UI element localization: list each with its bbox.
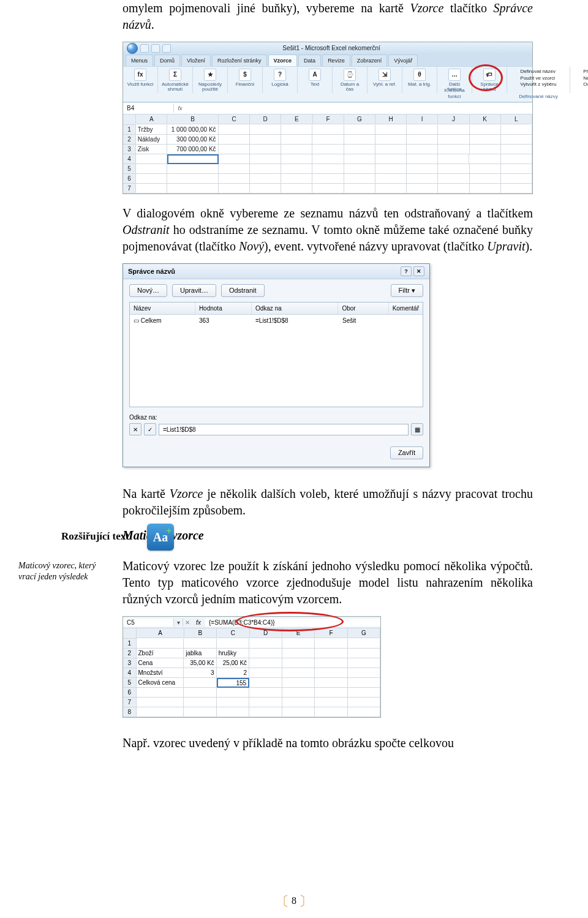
- cell: [438, 125, 469, 135]
- cell: [312, 135, 344, 145]
- ribbon-label: Správce názvů: [476, 82, 503, 92]
- cell: [137, 698, 184, 707]
- col-comment: Komentář: [389, 303, 423, 315]
- col-header: L: [501, 115, 532, 124]
- cell: [217, 639, 249, 649]
- ribbon-label: Předchůdci: [583, 69, 588, 75]
- cell: [219, 125, 250, 135]
- ribbon-section-label: Knihovna funkcí: [437, 88, 472, 101]
- text: ).: [526, 239, 533, 253]
- row-header: 1: [123, 125, 136, 135]
- paragraph-maticovy: Maticový vzorec lze použít k získání jed…: [123, 558, 533, 608]
- ribbon-label: Odebrat šipky: [583, 81, 588, 88]
- lookup-icon: ⇲: [379, 69, 391, 81]
- cell: [438, 184, 469, 194]
- tab-vyvojar: Vývojář: [388, 55, 418, 66]
- ribbon-label: Definovat název: [521, 69, 557, 75]
- margin-note: Maticový vzorec, který vrací jeden výsle…: [18, 560, 113, 582]
- tab-vzorce: Vzorce: [268, 55, 298, 66]
- ribbon-label: Datum a čas: [336, 82, 363, 92]
- cell: [219, 174, 250, 184]
- cell: [249, 649, 282, 658]
- cell: 2: [217, 668, 249, 678]
- cell: [470, 145, 501, 154]
- cell: 155: [217, 678, 250, 688]
- tab-data: Data: [298, 55, 321, 66]
- cell: [184, 639, 216, 649]
- ribbon-tabs: Menus Domů Vložení Rozložení stránky Vzo…: [123, 55, 532, 66]
- cell: [282, 668, 315, 678]
- cell: [136, 164, 167, 174]
- cell: [348, 688, 380, 698]
- col-header: D: [250, 628, 282, 638]
- extending-text-icon: Aa+: [147, 524, 174, 551]
- cell: [217, 698, 249, 707]
- cell: [250, 174, 281, 184]
- cancel-ref-icon: ✕: [129, 423, 141, 435]
- cell: [344, 184, 375, 194]
- name-icon: ▭: [134, 317, 141, 324]
- cell: [438, 164, 469, 174]
- row-header: 5: [123, 164, 136, 174]
- col-header: J: [438, 115, 469, 124]
- cell: [249, 668, 282, 678]
- plus-icon: +: [166, 525, 172, 538]
- text-ital: Upravit: [487, 239, 525, 253]
- cell-text: 363: [195, 315, 252, 327]
- cell: 25,00 Kč: [217, 658, 249, 668]
- row-header: 4: [123, 668, 137, 678]
- cell: [312, 154, 344, 164]
- page-number: 〔 8 〕: [276, 892, 312, 911]
- cell: [344, 135, 375, 145]
- col-header: B: [167, 115, 218, 124]
- cell: [407, 125, 438, 135]
- ref-input: =List1!$D$8: [159, 424, 409, 436]
- text-ital: Odstranit: [123, 223, 170, 236]
- text: tlačítko: [443, 1, 493, 15]
- col-scope: Obor: [338, 303, 388, 315]
- cell: [282, 658, 315, 668]
- cell: [281, 135, 312, 145]
- cell: [344, 164, 375, 174]
- name-box: B4: [123, 104, 174, 113]
- ribbon-label: Text: [311, 82, 320, 87]
- cell: 300 000,00 Kč: [167, 135, 219, 145]
- cell: [184, 678, 216, 688]
- cell: [219, 164, 250, 174]
- ribbon-label: Vyhl. a ref.: [373, 82, 396, 87]
- cell: [470, 125, 501, 135]
- ribbon-label: Naposledy použité: [197, 82, 224, 92]
- col-header: G: [348, 628, 380, 638]
- cell: [348, 658, 380, 668]
- cell: [219, 184, 250, 194]
- margin-label: Rozšiřující text: [61, 530, 129, 544]
- paragraph-dialog-desc: V dialogovém okně vybereme ze seznamu ná…: [123, 205, 533, 255]
- col-header: E: [282, 628, 315, 638]
- cell: [501, 135, 532, 145]
- cell: [315, 698, 347, 707]
- col-header: B: [184, 628, 217, 638]
- col-header: D: [250, 115, 281, 124]
- cell: 3: [184, 668, 216, 678]
- row-header: 6: [123, 174, 136, 184]
- office-orb-icon: [127, 43, 138, 54]
- cell: [375, 154, 407, 164]
- ref-label: Odkaz na:: [129, 413, 423, 422]
- cell: 700 000,00 Kč: [167, 145, 219, 154]
- cell: [219, 135, 250, 145]
- bracket-left-icon: 〔: [276, 894, 289, 909]
- cell: [375, 125, 407, 135]
- text: .: [151, 18, 154, 31]
- text: V dialogovém okně vybereme ze seznamu ná…: [123, 206, 533, 220]
- cell: [438, 154, 469, 164]
- financial-icon: $: [239, 69, 251, 81]
- ribbon-section-label: Závis: [570, 94, 588, 100]
- cell: Celková cena: [137, 678, 184, 688]
- cell: [438, 174, 469, 184]
- cell: [282, 698, 315, 707]
- cell: [249, 678, 282, 688]
- cell: [501, 154, 532, 164]
- excel-screenshot-ribbon: Sešit1 - Microsoft Excel nekomerční Menu…: [123, 42, 533, 194]
- cell: [250, 154, 281, 164]
- cell: 35,00 Kč: [184, 658, 216, 668]
